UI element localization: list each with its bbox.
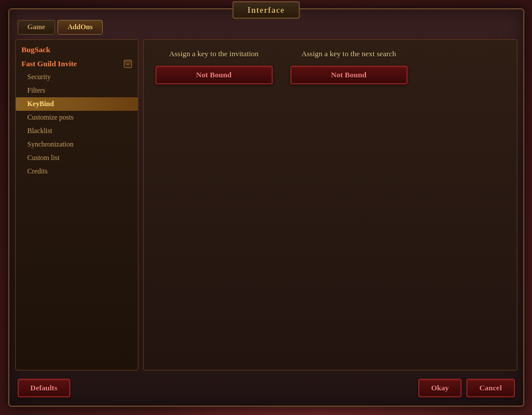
keybind-invitation-label: Assign a key to the invitation xyxy=(155,49,273,59)
tabs-row: Game AddOns xyxy=(18,20,517,35)
cancel-button[interactable]: Cancel xyxy=(466,379,514,397)
content-panel: Assign a key to the invitation Not Bound… xyxy=(143,39,517,370)
sidebar-item-security[interactable]: Security xyxy=(16,70,138,84)
keybind-invitation: Assign a key to the invitation Not Bound xyxy=(155,49,273,84)
sidebar-item-credits[interactable]: Credits xyxy=(16,165,138,178)
collapse-button[interactable]: − xyxy=(124,60,132,68)
keybind-row: Assign a key to the invitation Not Bound… xyxy=(155,49,505,84)
window-content: Game AddOns BugSack Fast Guild Invite − … xyxy=(9,9,523,406)
sidebar-item-custom-list[interactable]: Custom list xyxy=(16,151,138,165)
sidebar-item-fast-guild-invite-label: Fast Guild Invite xyxy=(22,59,77,69)
sidebar-item-customize-posts[interactable]: Customize posts xyxy=(16,111,138,124)
footer: Defaults Okay Cancel xyxy=(15,374,517,400)
okay-button[interactable]: Okay xyxy=(418,379,462,397)
sidebar-item-filters[interactable]: Filters xyxy=(16,84,138,97)
sidebar: BugSack Fast Guild Invite − Security Fil… xyxy=(15,39,138,370)
defaults-button[interactable]: Defaults xyxy=(18,379,70,397)
footer-right: Okay Cancel xyxy=(418,379,515,397)
tab-game[interactable]: Game xyxy=(18,20,56,35)
keybind-invitation-button[interactable]: Not Bound xyxy=(155,66,273,84)
sidebar-item-keybind[interactable]: KeyBind xyxy=(16,97,138,111)
keybind-next-search: Assign a key to the next search Not Boun… xyxy=(290,49,408,84)
sidebar-item-blacklist[interactable]: Blacklist xyxy=(16,124,138,138)
sidebar-item-bugsack[interactable]: BugSack xyxy=(16,42,138,56)
main-window: Interface Game AddOns BugSack Fast Guild… xyxy=(8,8,524,407)
keybind-next-search-label: Assign a key to the next search xyxy=(290,49,408,59)
keybind-next-search-button[interactable]: Not Bound xyxy=(290,66,408,84)
window-title: Interface xyxy=(248,6,284,15)
main-body: BugSack Fast Guild Invite − Security Fil… xyxy=(15,39,517,370)
title-bar: Interface xyxy=(232,1,300,19)
sidebar-item-synchronization[interactable]: Synchronization xyxy=(16,138,138,151)
sidebar-item-fast-guild-invite[interactable]: Fast Guild Invite − xyxy=(16,56,138,70)
tab-addons[interactable]: AddOns xyxy=(57,20,103,35)
